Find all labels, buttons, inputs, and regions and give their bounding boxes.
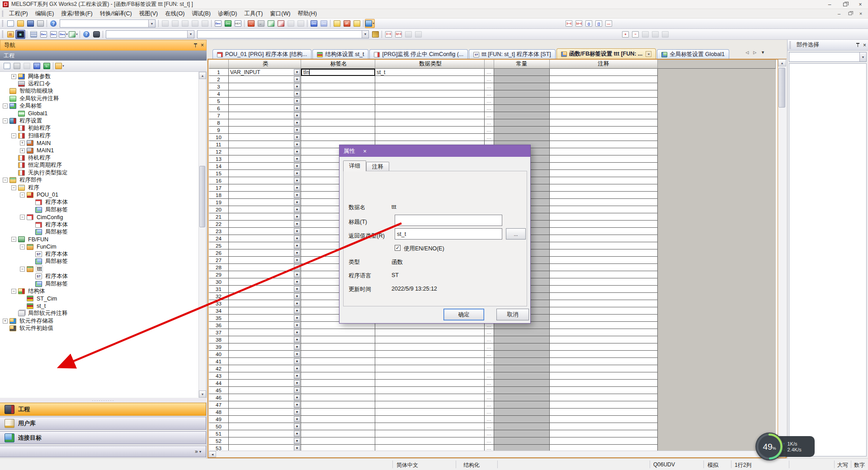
class-dropdown-icon[interactable]: ▼ xyxy=(294,301,300,306)
comment-cell[interactable] xyxy=(550,148,658,155)
tab-global-label-global1[interactable]: 全局标签设置 Global1 xyxy=(657,49,729,59)
data-type-browse-cell[interactable]: ... xyxy=(485,119,494,127)
pin-icon[interactable] xyxy=(855,42,860,47)
dialog-title-bar[interactable]: 属性 × xyxy=(340,145,530,157)
class-dropdown-icon[interactable]: ▼ xyxy=(294,250,300,256)
read-from-plc-icon[interactable]: ← xyxy=(256,19,266,28)
label-name-cell[interactable] xyxy=(301,365,375,372)
data-type-cell[interactable] xyxy=(375,119,485,127)
tree-item-funcim-program-body[interactable]: ST程序本体 xyxy=(0,250,199,258)
class-dropdown-icon[interactable]: ▼ xyxy=(294,98,300,104)
class-dropdown-icon[interactable]: ▼ xyxy=(294,120,300,126)
class-cell[interactable]: ▼ xyxy=(229,409,301,416)
comment-cell[interactable] xyxy=(550,155,658,163)
class-dropdown-icon[interactable]: ▼ xyxy=(294,199,300,205)
data-type-browse-cell[interactable]: ... xyxy=(485,430,494,437)
label-name-cell[interactable] xyxy=(301,98,375,105)
class-dropdown-icon[interactable]: ▼ xyxy=(294,113,300,118)
comment-cell[interactable] xyxy=(550,351,658,358)
tree-item-device-initial-value[interactable]: 软元件初始值 xyxy=(0,324,199,332)
comment-cell[interactable] xyxy=(550,141,658,148)
data-type-browse-cell[interactable]: ... xyxy=(485,437,494,445)
class-dropdown-icon[interactable]: ▼ xyxy=(294,185,300,191)
data-type-cell[interactable] xyxy=(375,105,485,112)
class-cell[interactable]: ▼ xyxy=(229,192,301,199)
comment-cell[interactable] xyxy=(550,163,658,170)
class-dropdown-icon[interactable]: ▼ xyxy=(294,76,300,82)
find-binoculars-icon[interactable] xyxy=(91,30,101,39)
class-cell[interactable]: ▼ xyxy=(229,351,301,358)
class-dropdown-icon[interactable]: ▼ xyxy=(294,69,300,75)
help2-icon[interactable]: ? xyxy=(81,30,91,39)
label-name-cell[interactable] xyxy=(301,119,375,127)
class-cell[interactable]: ▼ xyxy=(229,155,301,163)
device-comment-icon[interactable]: Dev xyxy=(213,19,223,28)
data-type-cell[interactable] xyxy=(375,358,485,365)
class-dropdown-icon[interactable]: ▼ xyxy=(294,416,300,422)
tree-expand-minus-icon[interactable]: − xyxy=(20,215,25,220)
comment-cell[interactable] xyxy=(550,315,658,322)
data-type-cell[interactable] xyxy=(375,83,485,90)
class-cell[interactable]: ▼ xyxy=(229,177,301,184)
tree-expand-minus-icon[interactable]: − xyxy=(3,178,8,183)
comment-cell[interactable] xyxy=(550,213,658,221)
tree-item-program-setting[interactable]: −程序设置 xyxy=(0,117,199,124)
navigation-close-icon[interactable]: × xyxy=(201,42,204,48)
comment-cell[interactable] xyxy=(550,394,658,401)
comment-cell[interactable] xyxy=(550,409,658,416)
ladder-coil-icon[interactable]: ( ) xyxy=(584,19,594,28)
comment-cell[interactable] xyxy=(550,249,658,257)
comment-cell[interactable] xyxy=(550,90,658,98)
help-icon[interactable]: ? xyxy=(48,19,58,28)
parts-filter-combobox[interactable]: ▼ xyxy=(789,52,867,62)
class-dropdown-icon[interactable]: ▼ xyxy=(294,243,300,249)
class-dropdown-icon[interactable]: ▼ xyxy=(294,272,300,277)
quick-edit-icon[interactable] xyxy=(370,30,380,39)
menu-tool[interactable]: 工具(T) xyxy=(241,9,266,19)
class-dropdown-icon[interactable]: ▼ xyxy=(294,344,300,350)
class-cell[interactable]: ▼ xyxy=(229,221,301,228)
data-type-cell[interactable] xyxy=(375,394,485,401)
class-dropdown-icon[interactable]: ▼ xyxy=(294,141,300,147)
class-dropdown-icon[interactable]: ▼ xyxy=(294,373,300,379)
comment-cell[interactable] xyxy=(550,206,658,213)
class-cell[interactable]: ▼ xyxy=(229,199,301,206)
structured-ladder-f5-icon[interactable]: ⊦⊣ xyxy=(383,30,393,39)
tree-expand-minus-icon[interactable]: − xyxy=(11,237,16,242)
label-name-cell[interactable] xyxy=(301,105,375,112)
class-dropdown-icon[interactable]: ▼ xyxy=(294,156,300,162)
label-name-cell[interactable] xyxy=(301,351,375,358)
class-dropdown-icon[interactable]: ▼ xyxy=(294,431,300,437)
class-cell[interactable]: ▼ xyxy=(229,98,301,105)
data-type-cell[interactable] xyxy=(375,409,485,416)
comment-cell[interactable] xyxy=(550,278,658,286)
class-cell[interactable]: ▼ xyxy=(229,430,301,437)
tree-item-intelligent-function-module[interactable]: 智能功能模块 xyxy=(0,88,199,95)
class-cell[interactable]: ▼ xyxy=(229,401,301,409)
sidebar-overflow-button[interactable]: » ▾ xyxy=(0,446,206,457)
comment-toggle-icon[interactable] xyxy=(660,30,670,39)
scroll-up-icon[interactable]: ▲ xyxy=(778,59,786,66)
data-type-browse-cell[interactable]: ... xyxy=(485,372,494,380)
device-comment-edit-icon[interactable]: Dev xyxy=(38,30,48,39)
comment-cell[interactable] xyxy=(550,177,658,184)
comment-cell[interactable] xyxy=(550,235,658,242)
tree-item-pou-01[interactable]: −POU_01 xyxy=(0,191,199,198)
data-type-cell[interactable] xyxy=(375,76,485,83)
class-cell[interactable]: ▼ xyxy=(229,300,301,307)
device-list-icon[interactable] xyxy=(296,19,306,28)
tree-item-fixed-scan-program[interactable]: 恒定周期程序 xyxy=(0,162,199,169)
device-batch-monitor-icon[interactable]: Dev xyxy=(309,19,319,28)
structured-ladder-f8-icon[interactable] xyxy=(413,30,423,39)
class-cell[interactable]: ▼ xyxy=(229,437,301,445)
label-name-cell[interactable] xyxy=(301,394,375,401)
tree-expand-plus-icon[interactable]: + xyxy=(11,74,16,79)
class-dropdown-icon[interactable]: ▼ xyxy=(294,84,300,89)
paste-icon[interactable] xyxy=(180,19,190,28)
project-data-combobox[interactable]: ▼ xyxy=(60,19,156,28)
tree-expand-minus-icon[interactable]: − xyxy=(3,103,8,108)
tree-item-global1[interactable]: Global1 xyxy=(0,110,199,117)
menu-diagnostics[interactable]: 诊断(D) xyxy=(214,9,241,19)
title-input[interactable] xyxy=(395,215,502,226)
mdi-minimize-button[interactable]: – xyxy=(834,10,844,18)
